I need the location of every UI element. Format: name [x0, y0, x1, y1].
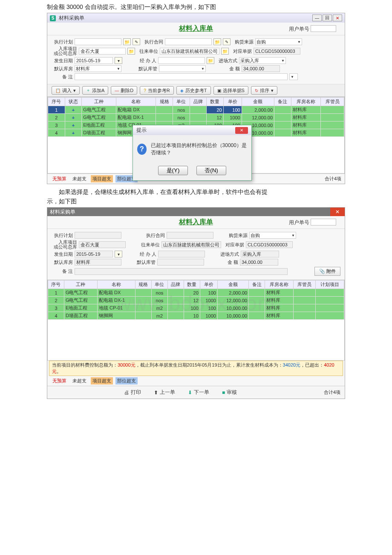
table-row[interactable]: 3E地面工程地毯 CP-01m210010010,000.00材料库 — [48, 304, 344, 312]
remark-field[interactable] — [75, 73, 288, 80]
vendor-field[interactable]: 山东百脉建筑机械有限公司 — [160, 48, 219, 55]
vendor-label: 往来单位 — [137, 48, 158, 55]
user-no-input-2[interactable] — [311, 219, 336, 225]
col2-keeper[interactable]: 库管员 — [293, 280, 315, 289]
table-header-row-2: 序号 工种 名称 规格 单位 品牌 数量 单价 金额 备注 库房名称 库管员 计… — [48, 280, 344, 289]
close-button-2[interactable]: ✕ — [330, 208, 345, 216]
window-title-2: 材料采购单 — [50, 208, 75, 216]
default-store-select[interactable]: 材料库▼ — [75, 65, 121, 72]
table-row[interactable]: 1G电气工程配电箱 DXnos201002,000.00材料库 — [48, 289, 344, 297]
col2-store[interactable]: 库房名称 — [265, 280, 294, 289]
vendor-pick-icon[interactable]: 📁 — [221, 48, 229, 55]
col-seq[interactable]: 序号 — [48, 98, 65, 106]
col2-spec[interactable]: 规格 — [135, 280, 152, 289]
col2-plan-item[interactable]: 计划项目 — [316, 280, 344, 289]
col2-seq[interactable]: 序号 — [48, 280, 64, 289]
dialog-yes-button[interactable]: 是(Y) — [158, 166, 188, 175]
table-row[interactable]: 1+G电气工程配电箱 DXnos201002,000.00材料库 — [48, 106, 344, 114]
dialog-close-button[interactable]: ✕ — [235, 127, 248, 134]
col-keeper[interactable]: 库管员 — [321, 98, 344, 106]
cur-ref-button[interactable]: ?当前参考R — [140, 86, 174, 95]
exec-plan-pick-icon[interactable]: 📁 — [123, 38, 131, 45]
col-name[interactable]: 名称 — [116, 98, 156, 106]
handler-pick-icon[interactable]: 📁 — [207, 57, 214, 64]
page-title: 材料入库单 — [179, 24, 213, 33]
exec-plan-field[interactable] — [75, 38, 121, 45]
handler-field[interactable] — [158, 57, 205, 64]
print-button[interactable]: 🖨打印 — [124, 389, 141, 396]
date-field[interactable]: 2015-05-19 — [75, 57, 113, 64]
minimize-button[interactable]: — — [312, 14, 322, 21]
col-store[interactable]: 库房名称 — [291, 98, 321, 106]
project-pick-icon[interactable]: 📁 — [127, 48, 135, 55]
dialog-title: 提示 — [136, 127, 147, 134]
vendor-label-2: 往来单位 — [138, 242, 160, 248]
sort-button[interactable]: ↻排序▾ — [251, 86, 277, 95]
hist-ref-button[interactable]: ◈历史参考T — [176, 86, 211, 95]
table-row[interactable]: 2G电气工程配电箱 DX-1nos12100012,000.00材料库 — [48, 297, 344, 304]
delete-button[interactable]: —删除D — [111, 86, 137, 95]
select-doc-button[interactable]: ▣选择单据S — [213, 86, 248, 95]
col-work[interactable]: 工种 — [82, 98, 116, 106]
col-brand[interactable]: 品牌 — [190, 98, 207, 106]
select-icon: ▣ — [217, 88, 221, 93]
mode-select[interactable]: 采购入库▼ — [239, 57, 286, 64]
col2-name[interactable]: 名称 — [97, 280, 135, 289]
mode-field-2: 采购入库 — [241, 251, 279, 257]
remark-label-2: 备 注 — [52, 268, 73, 275]
exec-contract-clear-icon[interactable]: ✎ — [223, 38, 231, 45]
dialog-no-button[interactable]: 否(N) — [196, 166, 226, 175]
form-area-2: 执行计划 执行合同 购货来源 自购▼ 入库项目或公司总库 金石大厦 往来单位 山… — [47, 229, 345, 280]
col-spec[interactable]: 规格 — [156, 98, 173, 106]
audit-icon: ■ — [222, 390, 225, 396]
attach-button[interactable]: 📎 附件 — [314, 267, 340, 276]
remark-dropdown[interactable]: ▼ — [289, 73, 298, 80]
prev-doc-button[interactable]: ⬆上一单 — [154, 389, 175, 396]
exec-plan-field-2 — [75, 232, 121, 239]
close-button[interactable]: ✕ — [333, 14, 342, 21]
table-row[interactable]: 2+G电气工程配电箱 DX-1nos12100012,000.00材料库 — [48, 114, 344, 121]
maximize-button[interactable]: 回 — [323, 14, 332, 21]
grid-wrap-2[interactable]: 序号 工种 名称 规格 单位 品牌 数量 单价 金额 备注 库房名称 库管员 计… — [47, 280, 345, 361]
next-doc-button[interactable]: ⬇下一单 — [188, 389, 209, 396]
col-qty[interactable]: 数量 — [207, 98, 224, 106]
doc-text-1: 制金额 30000 会自动提示。这里咱们一采购入库单为例，如下图 — [47, 3, 392, 11]
question-icon: ? — [137, 144, 147, 155]
col2-brand[interactable]: 品牌 — [167, 280, 184, 289]
add-button[interactable]: ＋添加A — [82, 86, 108, 95]
col2-work[interactable]: 工种 — [64, 280, 97, 289]
page-title-2: 材料入库单 — [179, 218, 213, 227]
project-field[interactable]: 金石大厦 — [79, 48, 126, 55]
amount-field-2: 34,000.00 — [240, 259, 278, 266]
col2-unit[interactable]: 单位 — [151, 280, 167, 289]
source-select-2[interactable]: 自购▼ — [249, 232, 296, 239]
dialog-message: 已超过本项目的材料控制总价（30000）是否继续？ — [151, 142, 247, 156]
date-picker-icon[interactable]: ▾ — [115, 57, 122, 64]
col-remark[interactable]: 备注 — [274, 98, 291, 106]
exec-contract-field-2 — [167, 232, 213, 239]
user-no-input[interactable] — [311, 25, 336, 32]
source-select[interactable]: 自购▼ — [255, 38, 302, 45]
col-price[interactable]: 单价 — [223, 98, 242, 106]
col2-qty[interactable]: 数量 — [184, 280, 200, 289]
exec-plan-label: 执行计划 — [52, 39, 73, 45]
exec-contract-pick-icon[interactable]: 📁 — [213, 38, 221, 45]
col-status[interactable]: 状态 — [65, 98, 82, 106]
audit-button[interactable]: ■审核 — [222, 389, 237, 396]
prev-icon: ⬆ — [154, 390, 158, 396]
col-amount[interactable]: 金额 — [242, 98, 274, 106]
exec-plan-label-2: 执行计划 — [52, 232, 73, 239]
exec-plan-clear-icon[interactable]: ✎ — [133, 38, 140, 45]
col-unit[interactable]: 单位 — [173, 98, 190, 106]
table-row[interactable]: 4D墙面工程钢脚网m210100010,000.00材料库 — [48, 312, 344, 320]
import-button[interactable]: 📋调入▾ — [52, 86, 80, 95]
legend-proj-over: 项目超支 — [91, 175, 113, 182]
date-picker-icon-2[interactable]: ▾ — [115, 251, 122, 257]
col2-remark[interactable]: 备注 — [249, 280, 265, 289]
mode-label-2: 进场方式 — [218, 251, 239, 257]
toolbar-1: 📋调入▾ ＋添加A —删除D ?当前参考R ◈历史参考T ▣选择单据S ↻排序▾ — [47, 84, 345, 97]
default-keeper-select[interactable]: ▼ — [159, 65, 206, 72]
exec-contract-field[interactable] — [165, 38, 212, 45]
col2-price[interactable]: 单价 — [200, 280, 217, 289]
col2-amount[interactable]: 金额 — [217, 280, 248, 289]
